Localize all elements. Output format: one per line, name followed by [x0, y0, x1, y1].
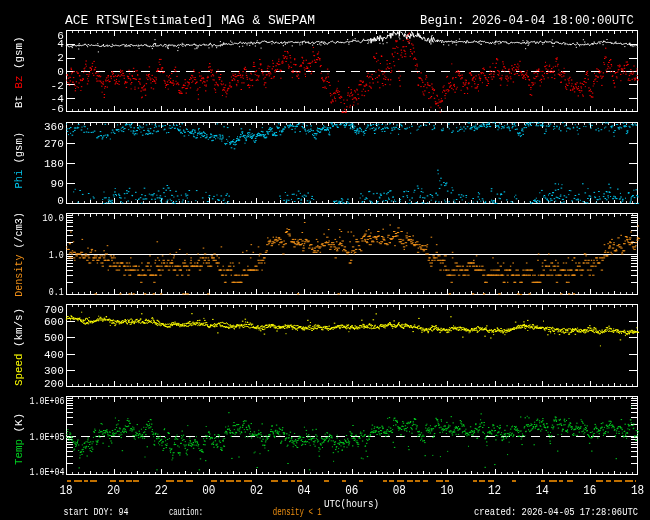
- svg-text:18: 18: [59, 484, 72, 498]
- svg-text:1.0: 1.0: [49, 249, 64, 261]
- svg-text:200: 200: [44, 378, 64, 390]
- svg-text:02: 02: [250, 484, 263, 498]
- svg-text:00: 00: [202, 484, 215, 498]
- svg-text:1.0E+06: 1.0E+06: [30, 395, 65, 407]
- svg-text:180: 180: [44, 158, 64, 170]
- svg-text:14: 14: [536, 484, 549, 498]
- svg-text:0: 0: [57, 195, 64, 207]
- svg-text:10: 10: [440, 484, 453, 498]
- svg-text:400: 400: [44, 349, 64, 361]
- svg-text:08: 08: [393, 484, 406, 498]
- svg-text:density < 1: density < 1: [273, 507, 322, 518]
- svg-text:Speed (km/s): Speed (km/s): [13, 308, 25, 386]
- svg-text:UTC(hours): UTC(hours): [324, 497, 379, 510]
- svg-text:caution:: caution:: [169, 507, 203, 518]
- svg-text:04: 04: [298, 484, 311, 498]
- svg-text:10.0: 10.0: [42, 212, 64, 224]
- svg-text:Temp (K): Temp (K): [13, 413, 25, 465]
- svg-text:22: 22: [155, 484, 168, 498]
- svg-text:18: 18: [631, 484, 644, 498]
- svg-text:1.0E+04: 1.0E+04: [30, 466, 65, 478]
- svg-text:0.1: 0.1: [49, 286, 64, 298]
- svg-text:Phi (gsm): Phi (gsm): [13, 132, 25, 189]
- svg-text:ACE RTSW[Estimated] MAG & SWEP: ACE RTSW[Estimated] MAG & SWEPAM: [65, 13, 315, 28]
- svg-text:4: 4: [57, 38, 64, 50]
- svg-text:-6: -6: [51, 103, 64, 115]
- svg-text:20: 20: [107, 484, 120, 498]
- svg-text:16: 16: [583, 484, 596, 498]
- svg-text:300: 300: [44, 365, 64, 377]
- svg-text:12: 12: [488, 484, 501, 498]
- svg-text:Begin: 2026-04-04 18:00:00UTC: Begin: 2026-04-04 18:00:00UTC: [420, 13, 634, 28]
- svg-text:Density (/cm3): Density (/cm3): [13, 212, 25, 297]
- svg-text:90: 90: [51, 178, 64, 190]
- svg-text:start DOY: 94: start DOY: 94: [64, 507, 129, 518]
- svg-text:1.0E+05: 1.0E+05: [30, 431, 65, 443]
- svg-text:600: 600: [44, 316, 64, 328]
- svg-text:2: 2: [57, 52, 64, 64]
- svg-text:Bt Bz (gsm): Bt Bz (gsm): [13, 36, 25, 108]
- svg-text:500: 500: [44, 332, 64, 344]
- svg-text:270: 270: [44, 138, 64, 150]
- svg-text:-2: -2: [51, 80, 64, 92]
- svg-text:700: 700: [44, 304, 64, 316]
- svg-text:360: 360: [44, 121, 64, 133]
- svg-text:created: 2026-04-05 17:28:06UT: created: 2026-04-05 17:28:06UTC: [474, 507, 638, 518]
- svg-text:0: 0: [57, 66, 64, 78]
